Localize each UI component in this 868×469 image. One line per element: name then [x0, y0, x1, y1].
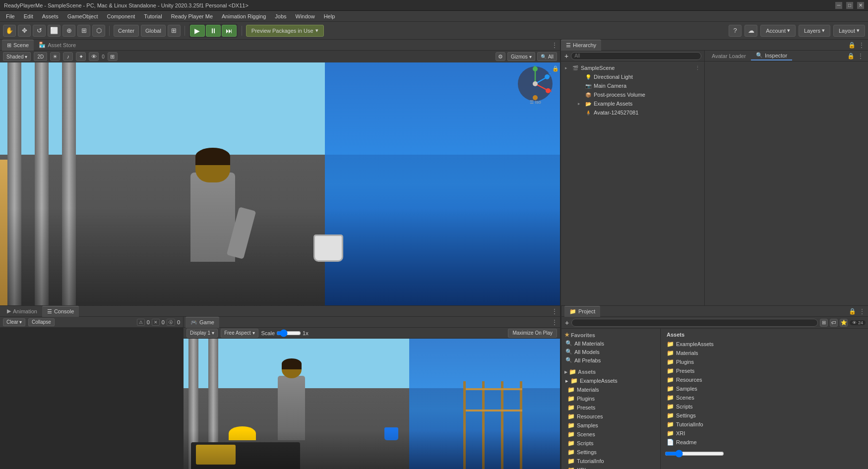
hand-tool-button[interactable]: ✋	[3, 25, 16, 37]
custom-tool-button[interactable]: ⬡	[92, 25, 105, 37]
project-samples[interactable]: 📁 Samples	[561, 421, 660, 430]
minimize-button[interactable]: ─	[835, 2, 842, 9]
hierarchy-item-main-camera[interactable]: 📷 Main Camera	[561, 81, 704, 90]
menu-assets[interactable]: Assets	[38, 12, 62, 20]
hierarchy-item-postprocess[interactable]: 📦 Post-process Volume	[561, 90, 704, 99]
maximize-play-button[interactable]: Maximize On Play	[508, 329, 557, 338]
preview-packages-button[interactable]: Preview Packages in Use ▾	[246, 25, 324, 37]
menu-tutorial[interactable]: Tutorial	[140, 12, 166, 20]
project-lock-button[interactable]: 🔒	[848, 307, 857, 315]
step-button[interactable]: ⏭	[222, 25, 237, 37]
scene-gizmo[interactable]: Y X Z ☰ Iso	[517, 65, 554, 103]
right-readme[interactable]: 📄 Readme	[665, 438, 865, 447]
gizmos-dropdown[interactable]: Gizmos ▾	[507, 52, 535, 61]
inspector-lock-button[interactable]: 🔒	[847, 52, 855, 60]
light-button[interactable]: ☀	[50, 52, 60, 61]
account-button[interactable]: Account ▾	[760, 25, 796, 37]
right-materials[interactable]: 📁 Materials	[665, 349, 865, 357]
transform-tool-button[interactable]: ⊞	[77, 25, 90, 37]
menu-readyplayerme[interactable]: Ready Player Me	[167, 12, 217, 20]
cloud-button[interactable]: ☁	[744, 25, 757, 37]
hierarchy-lock-button[interactable]: 🔒	[848, 41, 856, 49]
tab-inspector[interactable]: 🔍 Inspector	[751, 51, 792, 60]
hierarchy-item-directional-light[interactable]: 💡 Directional Light	[561, 72, 704, 81]
tab-scene[interactable]: ⊞ Scene	[2, 40, 34, 51]
menu-help[interactable]: Help	[320, 12, 339, 20]
project-more-button[interactable]: ⋮	[859, 307, 866, 315]
grid-button[interactable]: ⊞	[168, 25, 181, 37]
help-button[interactable]: ?	[729, 25, 742, 37]
inspector-more-button[interactable]: ⋮	[857, 52, 864, 60]
tab-animation[interactable]: ▶ Animation	[2, 306, 42, 317]
project-resources[interactable]: 📁 Resources	[561, 412, 660, 421]
menu-window[interactable]: Window	[292, 12, 319, 20]
menu-edit[interactable]: Edit	[20, 12, 37, 20]
shading-dropdown[interactable]: Shaded ▾	[3, 52, 31, 61]
samplescene-more[interactable]: ⋮	[695, 65, 700, 71]
add-gameobject-button[interactable]: +	[564, 52, 569, 60]
rect-tool-button[interactable]: ⊕	[62, 25, 75, 37]
tab-avatar-loader[interactable]: Avatar Loader	[707, 52, 751, 60]
right-scripts[interactable]: 📁 Scripts	[665, 402, 865, 411]
project-scenes[interactable]: 📁 Scenes	[561, 430, 660, 439]
right-tutorial-info[interactable]: 📁 TutorialInfo	[665, 420, 865, 429]
move-tool-button[interactable]: ✥	[18, 25, 31, 37]
project-tutorial-info[interactable]: 📁 TutorialInfo	[561, 457, 660, 466]
project-settings[interactable]: 📁 Settings	[561, 448, 660, 457]
menu-component[interactable]: Component	[103, 12, 139, 20]
aspect-dropdown[interactable]: Free Aspect ▾	[221, 329, 258, 338]
project-assets-section[interactable]: ▸ 📁 Assets	[561, 367, 660, 376]
project-materials[interactable]: 📁 Materials	[561, 385, 660, 394]
scale-slider[interactable]	[276, 331, 301, 336]
play-button[interactable]: ▶	[190, 25, 205, 37]
hierarchy-more-button[interactable]: ⋮	[858, 41, 865, 49]
center-button[interactable]: Center	[114, 25, 139, 37]
scale-tool-button[interactable]: ⬜	[48, 25, 61, 37]
game-tab-more[interactable]: ⋮	[551, 318, 558, 326]
tab-hierarchy[interactable]: ☰ Hierarchy	[561, 40, 601, 51]
tab-game[interactable]: 🎮 Game	[186, 317, 219, 328]
right-scenes[interactable]: 📁 Scenes	[665, 393, 865, 402]
visibility-button[interactable]: 👁	[89, 52, 99, 61]
project-scroll-slider[interactable]	[665, 452, 724, 456]
add-asset-button[interactable]: +	[564, 318, 569, 327]
collapse-button[interactable]: Collapse	[28, 318, 55, 326]
right-resources[interactable]: 📁 Resources	[665, 375, 865, 384]
right-plugins[interactable]: 📁 Plugins	[665, 357, 865, 366]
hierarchy-item-samplescene[interactable]: ▸ 🎬 SampleScene ⋮	[561, 63, 704, 72]
project-xri[interactable]: 📁 XRI	[561, 466, 660, 469]
pause-button[interactable]: ⏸	[206, 25, 221, 37]
tab-project[interactable]: 📁 Project	[564, 306, 600, 317]
hierarchy-search-input[interactable]	[574, 53, 698, 59]
project-all-materials[interactable]: 🔍 All Materials	[561, 339, 660, 348]
display-dropdown[interactable]: Display 1 ▾	[186, 329, 218, 338]
project-example-assets[interactable]: ▸ 📁 ExampleAssets	[561, 376, 660, 385]
grid-view-button[interactable]: ⊞	[108, 52, 118, 61]
effects-button[interactable]: ✦	[76, 52, 86, 61]
project-all-prefabs[interactable]: 🔍 All Prefabs	[561, 356, 660, 364]
close-button[interactable]: ✕	[857, 2, 864, 9]
project-scripts[interactable]: 📁 Scripts	[561, 439, 660, 448]
layers-button[interactable]: Layers ▾	[799, 25, 830, 37]
search-dropdown[interactable]: 🔍 All	[537, 52, 557, 61]
right-xri[interactable]: 📁 XRI	[665, 429, 865, 438]
scene-lock-icon[interactable]: 🔒	[552, 65, 559, 72]
clear-button[interactable]: Clear ▾	[3, 318, 25, 326]
project-filter1-button[interactable]: ⊞	[820, 319, 828, 327]
maximize-button[interactable]: □	[846, 2, 853, 9]
project-filter2-button[interactable]: 🏷	[830, 319, 838, 327]
menu-animation-rigging[interactable]: Animation Rigging	[218, 12, 270, 20]
right-example-assets[interactable]: 📁 ExampleAssets	[665, 340, 865, 349]
right-samples[interactable]: 📁 Samples	[665, 384, 865, 393]
hierarchy-item-example-assets[interactable]: ▸ 📂 Example Assets	[561, 99, 704, 108]
hierarchy-item-avatar[interactable]: 🧍 Avatar-124527081	[561, 108, 704, 117]
right-settings[interactable]: 📁 Settings	[665, 411, 865, 420]
project-presets[interactable]: 📁 Presets	[561, 403, 660, 412]
menu-file[interactable]: File	[2, 12, 19, 20]
audio-button[interactable]: ♪	[63, 52, 73, 61]
tab-console[interactable]: ☰ Console	[42, 306, 79, 317]
menu-jobs[interactable]: Jobs	[271, 12, 290, 20]
tab-asset-store[interactable]: 🏪 Asset Store	[34, 40, 81, 51]
mode-dropdown[interactable]: 2D	[34, 52, 47, 61]
project-favorites-section[interactable]: ★ Favorites	[561, 331, 660, 339]
